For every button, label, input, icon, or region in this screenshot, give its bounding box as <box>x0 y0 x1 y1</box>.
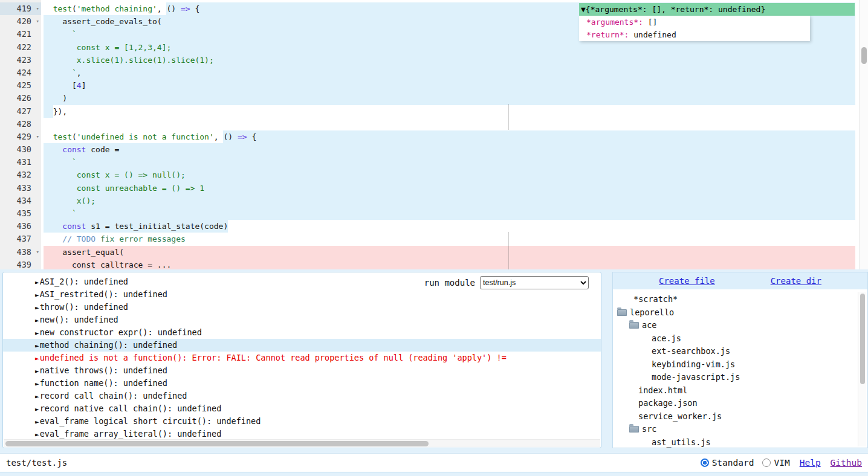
test-result-item[interactable]: ►eval_frame array_literal(): undefined <box>3 428 601 440</box>
line-number[interactable]: 420▾ <box>0 15 41 28</box>
code-line[interactable]: x(); <box>41 195 868 207</box>
line-number[interactable]: 431 <box>0 156 41 169</box>
expand-arrow-icon[interactable]: ► <box>35 418 39 426</box>
code-line[interactable]: const code = <box>41 143 868 156</box>
fold-arrow-icon[interactable]: ▾ <box>36 15 39 28</box>
expand-arrow-icon[interactable]: ► <box>35 342 39 350</box>
create-file-link[interactable]: Create file <box>659 276 715 286</box>
tree-file[interactable]: index.html <box>613 384 867 397</box>
code-line[interactable] <box>41 118 868 130</box>
expand-arrow-icon[interactable]: ► <box>35 291 39 299</box>
test-result-item[interactable]: ►record call chain(): undefined <box>3 390 601 402</box>
code-line[interactable]: `, <box>41 66 868 79</box>
test-result-item[interactable]: ►method chaining(): undefined <box>3 339 601 352</box>
fold-arrow-icon[interactable]: ▾ <box>36 130 39 143</box>
line-number[interactable]: 419▾ <box>0 2 41 15</box>
line-number[interactable]: 434 <box>0 195 41 207</box>
test-result-item[interactable]: ►new(): undefined <box>3 314 601 326</box>
code-line[interactable]: // TODO fix error messages <box>41 233 868 245</box>
line-number[interactable]: 425 <box>0 79 41 92</box>
line-number[interactable]: 422 <box>0 41 41 54</box>
code-line[interactable]: const unreachable = () => 1 <box>41 182 868 195</box>
line-number[interactable]: 426 <box>0 92 41 105</box>
value-inspector-header[interactable]: ▼{*arguments*: [], *return*: undefined} <box>579 3 855 16</box>
code-editor[interactable]: 419▾420▾421422423424425426427428429▾4304… <box>0 0 868 269</box>
line-number[interactable]: 435 <box>0 207 41 220</box>
tree-file[interactable]: keybinding-vim.js <box>613 358 867 371</box>
expand-arrow-icon[interactable]: ► <box>35 431 39 439</box>
code-line[interactable]: ` <box>41 156 868 169</box>
output-scrollbar-thumb[interactable] <box>5 441 429 446</box>
line-number[interactable]: 432 <box>0 169 41 181</box>
expand-arrow-icon[interactable]: ► <box>35 355 39 362</box>
expand-arrow-icon[interactable]: ► <box>35 367 39 375</box>
line-number[interactable]: 421 <box>0 28 41 40</box>
line-number[interactable]: 427 <box>0 105 41 118</box>
test-result-item[interactable]: ►eval_frame logical short circuit(): und… <box>3 415 601 428</box>
code-line[interactable]: [4] <box>41 79 868 92</box>
tree-folder[interactable]: src <box>613 423 867 436</box>
file-tree-scrollbar[interactable] <box>858 292 866 446</box>
mode-option-standard[interactable]: Standard <box>701 458 754 468</box>
expand-arrow-icon[interactable]: ► <box>35 329 39 337</box>
tree-file[interactable]: ast_utils.js <box>613 436 867 449</box>
test-result-item[interactable]: ►ASI_restrited(): undefined <box>3 288 601 301</box>
value-inspector-body[interactable]: *arguments*: []*return*: undefined <box>579 16 810 41</box>
code-line[interactable]: ` <box>41 207 868 220</box>
code-line[interactable]: const x = [1,2,3,4]; <box>41 41 868 54</box>
code-line[interactable]: ) <box>41 92 868 105</box>
editor-scrollbar-thumb[interactable] <box>861 47 867 64</box>
line-number[interactable]: 423 <box>0 54 41 66</box>
test-result-item[interactable]: ►undefined is not a function(): Error: F… <box>3 352 601 364</box>
tree-file[interactable]: *scratch* <box>613 293 867 306</box>
line-number[interactable]: 428 <box>0 118 41 130</box>
file-tree-scrollbar-thumb[interactable] <box>860 294 865 384</box>
line-number[interactable]: 424 <box>0 66 41 79</box>
value-inspector-row[interactable]: *arguments*: [] <box>579 16 810 28</box>
line-number[interactable]: 437 <box>0 233 41 245</box>
expand-arrow-icon[interactable]: ► <box>35 304 39 312</box>
github-link[interactable]: Github <box>831 458 862 468</box>
line-number[interactable]: 433 <box>0 182 41 195</box>
code-line[interactable]: test('undefined is not a function', () =… <box>41 130 868 143</box>
radio-unselected-icon[interactable] <box>762 458 771 467</box>
code-line[interactable]: assert_equal( <box>41 246 868 259</box>
editor-vertical-scrollbar[interactable] <box>859 0 868 269</box>
test-result-item[interactable]: ►record native call chain(): undefined <box>3 402 601 415</box>
test-result-item[interactable]: ►native throws(): undefined <box>3 364 601 377</box>
run-module-select[interactable]: test/run.js <box>480 276 589 289</box>
output-horizontal-scrollbar[interactable] <box>4 439 600 447</box>
test-result-item[interactable]: ►throw(): undefined <box>3 301 601 314</box>
expand-arrow-icon[interactable]: ► <box>35 278 39 286</box>
test-result-item[interactable]: ►function name(): undefined <box>3 377 601 390</box>
tree-folder[interactable]: ace <box>613 319 867 332</box>
line-number[interactable]: 439 <box>0 259 41 269</box>
create-dir-link[interactable]: Create dir <box>771 276 821 286</box>
code-line[interactable]: const s1 = test_initial_state(code) <box>41 220 868 233</box>
code-line[interactable]: x.slice(1).slice(1).slice(1); <box>41 54 868 66</box>
code-line[interactable]: const calltrace = ... <box>41 259 868 269</box>
expand-arrow-icon[interactable]: ► <box>35 405 39 413</box>
test-result-item[interactable]: ►new constructor expr(): undefined <box>3 326 601 339</box>
mode-option-vim[interactable]: VIM <box>762 458 789 468</box>
tree-folder[interactable]: leporello <box>613 306 867 320</box>
expand-arrow-icon[interactable]: ► <box>35 317 39 324</box>
expand-arrow-icon[interactable]: ► <box>35 380 39 388</box>
expand-arrow-icon[interactable]: ► <box>35 393 39 400</box>
editor-gutter[interactable]: 419▾420▾421422423424425426427428429▾4304… <box>0 0 41 269</box>
line-number[interactable]: 438▾ <box>0 246 41 259</box>
line-number[interactable]: 430 <box>0 143 41 156</box>
tree-file[interactable]: service_worker.js <box>613 410 867 423</box>
tree-file[interactable]: ext-searchbox.js <box>613 345 867 358</box>
tree-file[interactable]: mode-javascript.js <box>613 371 867 384</box>
code-line[interactable]: }), <box>41 105 868 118</box>
value-inspector-row[interactable]: *return*: undefined <box>579 28 810 41</box>
line-number[interactable]: 436 <box>0 220 41 233</box>
fold-arrow-icon[interactable]: ▾ <box>36 246 39 259</box>
fold-arrow-icon[interactable]: ▾ <box>36 2 39 15</box>
line-number[interactable]: 429▾ <box>0 130 41 143</box>
help-link[interactable]: Help <box>800 458 821 468</box>
tree-file[interactable]: package.json <box>613 397 867 410</box>
radio-selected-icon[interactable] <box>701 458 709 467</box>
tree-file[interactable]: ace.js <box>613 332 867 346</box>
